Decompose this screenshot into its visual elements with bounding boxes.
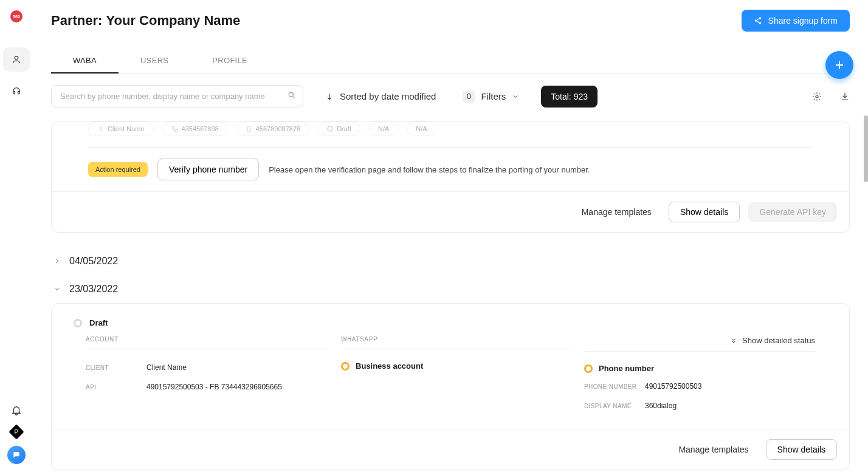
bell-icon[interactable] [11,405,22,418]
phone-number-badge: Phone number [599,364,654,373]
nav-users-icon[interactable] [3,47,30,72]
verify-instruction: Please open the verification page and fo… [269,165,590,174]
share-signup-button[interactable]: Share signup form [742,10,850,32]
tab-waba[interactable]: WABA [51,49,119,73]
chip-status: Draft [318,121,360,136]
chevron-down-icon [512,93,519,100]
search-icon[interactable] [288,91,296,102]
share-icon [754,16,762,25]
chevron-right-icon [53,258,61,265]
svg-text:360: 360 [13,15,20,19]
phone-number-value: 49015792500503 [645,382,815,391]
page-title: Partner: Your Company Name [51,13,240,29]
total-count: Total: 923 [541,86,598,108]
status-amber-icon [341,362,350,371]
tab-users[interactable]: USERS [119,49,190,73]
chevron-down-icon [53,285,61,293]
manage-templates-link[interactable]: Manage templates [573,202,660,222]
p-badge-icon[interactable]: P [9,424,24,439]
scrollbar[interactable] [864,115,868,182]
client-label: CLIENT [86,363,140,371]
action-required-badge: Action required [88,162,148,177]
chip-na1: N/A [369,121,398,136]
display-name-label: DISPLAY NAME [584,402,639,409]
waba-card-expanded: Draft ACCOUNT CLIENT Client Name API 490… [51,303,850,470]
logo: 360 [7,7,26,26]
show-detailed-status[interactable]: Show detailed status [584,336,815,352]
business-account-label: Business account [356,361,423,371]
chip-na2: N/A [407,121,436,136]
chat-bubble-icon[interactable] [7,446,26,464]
show-details-button[interactable]: Show details [766,439,837,460]
filters-control[interactable]: 0 Filters [463,91,519,103]
manage-templates-link[interactable]: Manage templates [670,440,757,459]
verify-phone-button[interactable]: Verify phone number [157,159,259,180]
svg-point-6 [289,92,293,97]
generate-api-key-button: Generate API key [748,202,837,222]
chip-phone1: 4354567898 [162,121,228,136]
svg-point-8 [100,127,102,129]
double-chevron-down-icon [730,337,737,344]
filter-count: 0 [463,91,475,103]
date-section-expanded[interactable]: 23/03/2022 [51,275,850,303]
svg-point-2 [15,56,18,60]
plus-icon [834,60,845,70]
phone-number-label: PHONE NUMBER [584,382,639,390]
svg-point-7 [816,95,818,98]
status-label: Draft [89,318,108,327]
sort-control[interactable]: Sorted by date modified [325,91,436,101]
waba-card: Client Name 4354567898 456789087876 Draf… [51,121,850,233]
date-section-collapsed[interactable]: 04/05/2022 [51,247,850,275]
tabs: WABA USERS PROFILE [51,49,850,74]
gear-icon[interactable] [812,92,822,101]
download-icon[interactable] [840,92,850,101]
svg-point-4 [755,20,756,21]
tab-profile[interactable]: PROFILE [190,49,269,73]
api-value: 49015792500503 - FB 734443296905665 [146,383,329,391]
chip-phone2: 456789087876 [236,121,309,136]
show-details-button[interactable]: Show details [669,202,740,222]
client-value: Client Name [146,363,329,372]
account-column-header: ACCOUNT [86,336,329,349]
sidebar: 360 P [0,0,33,475]
status-amber-icon [584,364,593,373]
svg-point-10 [249,130,249,131]
nav-support-icon[interactable] [3,79,30,103]
arrow-down-icon [325,92,334,101]
whatsapp-column-header: WHATSAPP [341,336,572,349]
chip-client: Client Name [88,121,154,136]
search-input[interactable] [51,85,303,108]
status-ring-icon [74,319,82,327]
svg-point-3 [759,18,760,19]
api-label: API [86,383,140,391]
add-button[interactable] [825,51,853,79]
svg-point-5 [759,22,760,24]
display-name-value: 360dialog [645,402,815,410]
